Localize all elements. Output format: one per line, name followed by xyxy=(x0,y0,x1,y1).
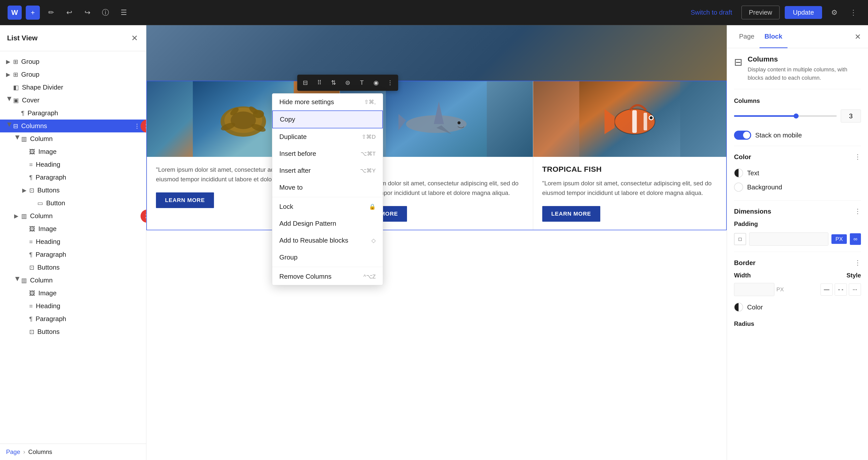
columns-number-input[interactable]: 3 xyxy=(841,109,861,123)
hide-more-settings-item[interactable]: Hide more settings ⇧⌘, xyxy=(272,94,383,110)
info-button[interactable]: ⓘ xyxy=(98,5,113,20)
add-design-pattern-item[interactable]: Add Design Pattern xyxy=(272,215,383,232)
lock-icon: 🔒 xyxy=(369,203,376,210)
switch-draft-button[interactable]: Switch to draft xyxy=(687,6,736,19)
list-item[interactable]: ▶ ▥ Column ⋮ 2 xyxy=(0,209,146,223)
more-options-button[interactable]: ⋮ xyxy=(846,5,861,20)
heading-icon: ⌗ xyxy=(29,161,33,168)
move-up-down-button[interactable]: ⇅ xyxy=(327,76,340,89)
list-item[interactable]: ▶ ¶ Paragraph xyxy=(0,171,146,184)
padding-unit-toggle[interactable]: PX xyxy=(831,234,847,244)
lock-item[interactable]: Lock 🔒 xyxy=(272,198,383,215)
dimensions-more-button[interactable]: ⋮ xyxy=(855,207,861,216)
breadcrumb-page[interactable]: Page xyxy=(6,449,20,456)
list-item-label: Group xyxy=(21,58,134,66)
list-item[interactable]: ▶ ¶ Paragraph ⋮ xyxy=(0,107,146,120)
edit-button[interactable]: ✏ xyxy=(44,5,58,20)
list-item[interactable]: ▶ ▣ Cover ⋮ xyxy=(0,94,146,107)
text-align-button[interactable]: T xyxy=(355,76,368,89)
border-color-label: Color xyxy=(747,303,763,311)
columns-slider[interactable] xyxy=(734,115,837,117)
list-item[interactable]: ▶ ⌗ Heading xyxy=(0,235,146,248)
list-item[interactable]: ▶ ▥ Column ⋮ xyxy=(0,132,146,145)
color-section: Color ⋮ Text Background xyxy=(734,146,861,194)
list-view-close-button[interactable]: ✕ xyxy=(130,32,139,44)
toggle-knob xyxy=(743,132,750,139)
insert-before-item[interactable]: Insert before ⌥⌘T xyxy=(272,145,383,162)
insert-before-shortcut: ⌥⌘T xyxy=(361,151,376,157)
image-icon: 🖼 xyxy=(29,226,35,232)
list-item[interactable]: ▶ ⊡ Buttons xyxy=(0,184,146,197)
list-item[interactable]: ▶ ◧ Shape Divider ⋮ xyxy=(0,81,146,94)
padding-box-icon[interactable]: □ xyxy=(734,233,746,245)
settings-button[interactable]: ⚙ xyxy=(827,5,841,20)
column-icon: ▥ xyxy=(21,277,27,284)
list-item[interactable]: ▶ ▭ Button xyxy=(0,197,146,209)
chevron-right-icon: ▶ xyxy=(6,71,13,78)
border-dotted-button[interactable]: ··· xyxy=(849,284,861,296)
list-item[interactable]: ▶ ▥ Column ⋮ xyxy=(0,274,146,287)
right-sidebar: Page Block ✕ ⊟ Columns Display content i… xyxy=(727,25,868,460)
border-more-button[interactable]: ⋮ xyxy=(855,259,861,267)
tab-page[interactable]: Page xyxy=(734,26,760,48)
group-item[interactable]: Group xyxy=(272,249,383,266)
columns-icon: ⊟ xyxy=(13,123,18,130)
list-item[interactable]: ▶ ⊞ Group ⋮ xyxy=(0,55,146,68)
border-width-input[interactable] xyxy=(734,283,774,296)
list-item[interactable]: ▶ 🖼 Image xyxy=(0,145,146,158)
padding-input[interactable] xyxy=(749,232,828,245)
stack-on-mobile-row: Stack on mobile xyxy=(734,131,861,140)
canvas-area[interactable]: ⊟ ⠿ ⇅ ⊜ T ◉ ⋮ xyxy=(146,25,727,460)
column-3-content: TROPICAL FISH "Lorem ipsum dolor sit ame… xyxy=(533,157,726,230)
text-color-option[interactable]: Text xyxy=(734,166,861,180)
list-item[interactable]: ▶ ⊡ Buttons xyxy=(0,261,146,274)
list-view-sidebar: List View ✕ ▶ ⊞ Group ⋮ ▶ ⊞ Group ⋮ ▶ ◧ xyxy=(0,25,146,460)
column-1-learn-more[interactable]: LEARN MORE xyxy=(156,192,214,208)
border-color-option[interactable]: Color xyxy=(734,300,861,314)
undo-button[interactable]: ↩ xyxy=(62,5,76,20)
copy-item[interactable]: Copy xyxy=(272,110,383,128)
move-to-item[interactable]: Move to xyxy=(272,179,383,196)
column-3-learn-more[interactable]: LEARN MORE xyxy=(542,206,600,222)
list-item[interactable]: ▶ ⌗ Heading xyxy=(0,158,146,171)
list-item[interactable]: ▶ ¶ Paragraph xyxy=(0,248,146,261)
more-block-options-button[interactable]: ⋮ xyxy=(383,76,397,89)
border-solid-button[interactable]: — xyxy=(820,284,833,296)
drag-handle-button[interactable]: ⠿ xyxy=(313,76,326,89)
align-button[interactable]: ⊜ xyxy=(341,76,354,89)
add-to-reusable-label: Add to Reusable blocks xyxy=(279,236,348,244)
remove-columns-item[interactable]: Remove Columns ^⌥Z xyxy=(272,268,383,285)
border-dashed-button[interactable]: - - xyxy=(835,284,847,296)
list-item-label: Shape Divider xyxy=(22,84,134,91)
background-color-option[interactable]: Background xyxy=(734,180,861,194)
color-more-button[interactable]: ⋮ xyxy=(855,153,861,161)
duplicate-item[interactable]: Duplicate ⇧⌘D xyxy=(272,128,383,145)
list-item[interactable]: ▶ 🖼 Image xyxy=(0,287,146,300)
color-button[interactable]: ◉ xyxy=(369,76,382,89)
tab-block[interactable]: Block xyxy=(760,26,787,48)
remove-columns-label: Remove Columns xyxy=(279,273,332,281)
insert-after-item[interactable]: Insert after ⌥⌘Y xyxy=(272,162,383,179)
list-item[interactable]: ▶ 🖼 Image xyxy=(0,223,146,235)
list-item[interactable]: ▶ ⊞ Group ⋮ xyxy=(0,68,146,81)
stack-on-mobile-toggle[interactable] xyxy=(734,131,751,140)
sidebar-tabs: Page Block ✕ xyxy=(727,25,868,48)
add-block-button[interactable]: + xyxy=(26,5,40,20)
badge-2: 2 xyxy=(141,209,146,223)
columns-list-item[interactable]: ▶ ⊟ Columns ⋮ 1 xyxy=(0,120,146,132)
add-to-reusable-blocks-item[interactable]: Add to Reusable blocks ◇ xyxy=(272,232,383,249)
preview-button[interactable]: Preview xyxy=(741,5,780,20)
list-item-label: Heading xyxy=(36,238,140,245)
list-item[interactable]: ▶ ¶ Paragraph xyxy=(0,313,146,325)
columns-layout-button[interactable]: ⊟ xyxy=(299,76,312,89)
button-icon: ▭ xyxy=(37,200,43,207)
slider-thumb[interactable] xyxy=(794,113,799,119)
update-button[interactable]: Update xyxy=(785,6,822,19)
list-item[interactable]: ▶ ⌗ Heading xyxy=(0,300,146,313)
list-item[interactable]: ▶ ⊡ Buttons xyxy=(0,325,146,338)
menu-button[interactable]: ☰ xyxy=(117,5,131,20)
redo-button[interactable]: ↪ xyxy=(80,5,94,20)
padding-link-button[interactable]: ∞ xyxy=(850,233,861,245)
sidebar-close-button[interactable]: ✕ xyxy=(855,32,861,41)
list-item-label: Heading xyxy=(36,161,140,168)
